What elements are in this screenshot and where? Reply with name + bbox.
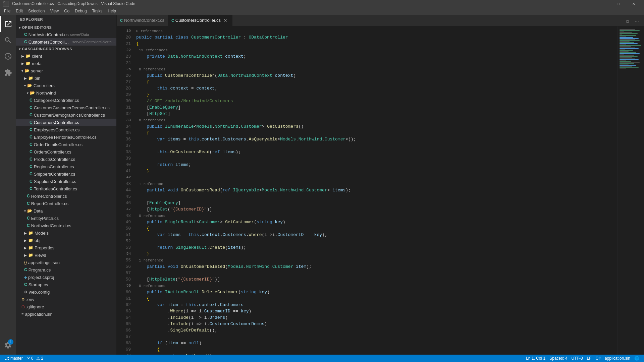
menu-debug[interactable]: Debug — [72, 7, 89, 15]
folder-controllers[interactable]: ▾ 📂 Controllers — [16, 82, 116, 89]
file-customers-ctrl[interactable]: C CustomersController.cs — [16, 119, 116, 126]
folder-data[interactable]: ▾ 📂 Data — [16, 207, 116, 215]
status-encoding[interactable]: UTF-8 — [570, 355, 585, 362]
file-categories-ctrl[interactable]: C CategoriesController.cs — [16, 97, 116, 104]
tab-northwind-name: NorthwindContext.cs — [124, 18, 164, 23]
cs-icon-emp: C — [30, 127, 33, 132]
file-env[interactable]: ⚙ .env — [16, 296, 116, 303]
file-nwcontext[interactable]: C NorthwindContext.cs — [16, 222, 116, 229]
file-entitypatch[interactable]: C EntityPatch.cs — [16, 215, 116, 222]
file-cust-demo-ctrl[interactable]: C CustomerDemographicsController.cs — [16, 111, 116, 119]
code-area[interactable]: 0 references public partial class Custom… — [133, 26, 617, 355]
activity-debug[interactable]: 1 — [0, 337, 16, 353]
file-cust-demos-ctrl[interactable]: C CustomerCustomerDemosController.cs — [16, 104, 116, 111]
folder-obj[interactable]: ▶ 📁 obj — [16, 237, 116, 244]
folder-icon-obj: 📁 — [28, 238, 33, 243]
env-icon: ⚙ — [21, 297, 25, 302]
menu-go[interactable]: Go — [61, 7, 72, 15]
folder-icon-server: 📂 — [24, 68, 30, 73]
folder-controllers-label: Controllers — [34, 83, 55, 88]
folder-properties[interactable]: ▶ 📁 Properties — [16, 244, 116, 251]
menu-tasks[interactable]: Tasks — [90, 7, 105, 15]
file-suppliers-ctrl[interactable]: C SuppliersController.cs — [16, 178, 116, 185]
menu-help[interactable]: Help — [105, 7, 119, 15]
code-line-69: { — [136, 346, 617, 353]
code-line-31: [EnableQuery] — [136, 104, 617, 111]
activity-extensions[interactable] — [0, 64, 16, 80]
file-nwcontext-label: NorthwindContext.cs — [31, 223, 71, 228]
maximize-button[interactable]: □ — [610, 0, 626, 7]
file-regions-ctrl[interactable]: C RegionsController.cs — [16, 163, 116, 170]
activity-explorer[interactable] — [0, 16, 16, 32]
code-line-42 — [136, 174, 617, 181]
ref-count-55: 1 reference — [136, 257, 163, 263]
status-eol[interactable]: LF — [585, 355, 594, 362]
status-left: ⎇ master ✕ 0 ⚠ 2 — [3, 355, 45, 362]
folder-icon-nw: 📂 — [30, 90, 35, 95]
folder-bin[interactable]: ▶ 📁 bin — [16, 74, 116, 82]
project-section[interactable]: ▾ CASCADINGDROPDOWNS — [16, 46, 116, 52]
activity-source-control[interactable] — [0, 48, 16, 64]
status-feedback[interactable]: application.sln — [603, 355, 632, 362]
open-editor-customers[interactable]: C CustomersController.cs server\Controll… — [16, 38, 116, 46]
tab-northwind[interactable]: C NorthwindContext.cs — [117, 15, 168, 26]
tab-customers-close[interactable]: ✕ — [222, 17, 229, 24]
menu-file[interactable]: File — [1, 7, 13, 15]
open-editor-northwind[interactable]: C NorthwindContext.cs server\Data — [16, 31, 116, 38]
split-editor-button[interactable]: ⧉ — [623, 17, 632, 26]
folder-northwind[interactable]: ▾ 📂 Northwind — [16, 89, 116, 97]
minimize-button[interactable]: ─ — [595, 0, 610, 7]
menu-selection[interactable]: Selection — [25, 7, 47, 15]
status-errors[interactable]: ✕ 0 ⚠ 2 — [25, 355, 45, 362]
cs-icon-ep: C — [27, 216, 30, 221]
tab-customers-icon: C — [171, 18, 174, 22]
tab-customers[interactable]: C CustomersController.cs ✕ — [168, 15, 232, 26]
chevron-right-icon-props: ▶ — [24, 246, 27, 250]
file-appsettings[interactable]: {} appsettings.json — [16, 259, 116, 266]
activity-bar: 1 — [0, 15, 16, 355]
file-csproj[interactable]: ◆ project.csproj — [16, 274, 116, 281]
folder-client[interactable]: ▶ 📁 client — [16, 52, 116, 60]
file-products-ctrl[interactable]: C ProductsController.cs — [16, 156, 116, 163]
folder-models[interactable]: ▶ 📁 Models — [16, 229, 116, 237]
menu-edit[interactable]: Edit — [13, 7, 25, 15]
file-orders-ctrl[interactable]: C OrdersController.cs — [16, 148, 116, 156]
file-gitignore[interactable]: ⬡ .gitignore — [16, 303, 116, 310]
file-report-ctrl[interactable]: C ReportController.cs — [16, 200, 116, 207]
project-chevron: ▾ — [19, 47, 21, 51]
folder-views[interactable]: ▶ 📁 Views — [16, 251, 116, 259]
menubar: File Edit Selection View Go Debug Tasks … — [0, 7, 644, 15]
folder-server[interactable]: ▾ 📂 server — [16, 67, 116, 74]
status-spaces[interactable]: Spaces: 4 — [547, 355, 569, 362]
more-actions-button[interactable]: ⋯ — [632, 17, 641, 26]
chevron-right-icon: ▶ — [21, 54, 24, 58]
close-button[interactable]: ✕ — [626, 0, 641, 7]
app-icon: ⬛ — [3, 1, 9, 7]
folder-icon-bin: 📁 — [28, 76, 33, 80]
file-home-ctrl[interactable]: C HomeController.cs — [16, 192, 116, 200]
file-emp-terr-ctrl[interactable]: C EmployeeTerritoriesController.cs — [16, 133, 116, 141]
file-sln[interactable]: ≡ application.sln — [16, 310, 116, 318]
titlebar-controls: ─ □ ✕ — [595, 0, 641, 7]
file-startup[interactable]: C Startup.cs — [16, 281, 116, 288]
minimap-content — [618, 28, 643, 71]
file-program-label: Program.cs — [29, 267, 51, 273]
file-territories-ctrl-label: TerritoriesController.cs — [34, 186, 77, 191]
file-employees-ctrl[interactable]: C EmployeesController.cs — [16, 126, 116, 133]
file-shippers-ctrl[interactable]: C ShippersController.cs — [16, 170, 116, 178]
status-line-col[interactable]: Ln 1, Col 1 — [524, 355, 547, 362]
menu-view[interactable]: View — [47, 7, 61, 15]
folder-northwind-label: Northwind — [36, 90, 56, 96]
folder-meta[interactable]: ▶ 📁 meta — [16, 60, 116, 67]
cs-icon-nwctx: C — [27, 223, 30, 228]
status-git-branch[interactable]: ⎇ master — [3, 355, 25, 362]
status-globe[interactable]: 🌐 — [632, 355, 641, 362]
open-editors-section[interactable]: ▾ OPEN EDITORS — [16, 24, 116, 31]
activity-search[interactable] — [0, 32, 16, 48]
file-webconfig[interactable]: ⚙ web.config — [16, 288, 116, 296]
file-orderdet-ctrl[interactable]: C OrderDetailsController.cs — [16, 141, 116, 148]
file-territories-ctrl[interactable]: C TerritoriesController.cs — [16, 185, 116, 192]
titlebar-left: ⬛ CustomersController.cs - CascadingDrop… — [3, 1, 135, 7]
status-language[interactable]: C# — [594, 355, 603, 362]
file-program[interactable]: C Program.cs — [16, 266, 116, 274]
